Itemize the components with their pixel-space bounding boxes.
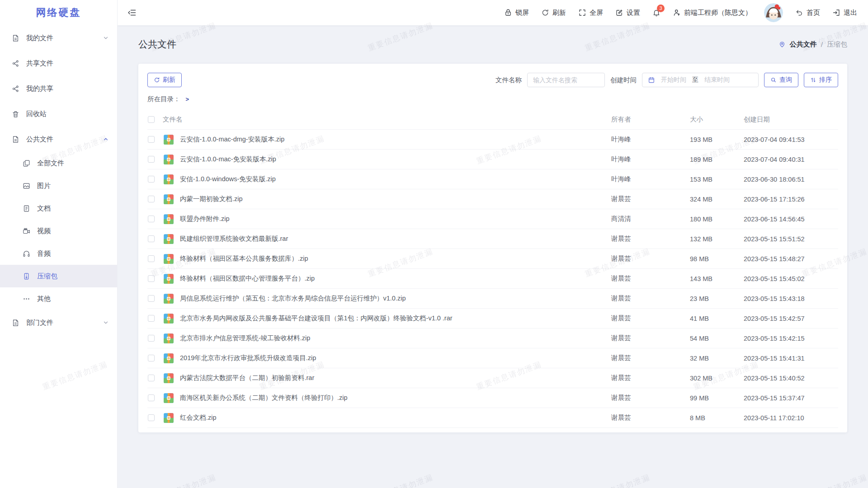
- table-row: 终验材料（福田区基本公共服务数据库）.zip 谢晨芸 98 MB 2023-05…: [147, 249, 838, 269]
- file-name[interactable]: 云安信-1.0.0-mac-免安装版本.zip: [180, 155, 611, 164]
- table-row: 红会文档.zip 谢晨芸 8 MB 2023-05-11 17:02:10: [147, 408, 838, 428]
- file-date: 2023-05-15 15:51:52: [744, 235, 838, 243]
- end-date-placeholder[interactable]: 结束时间: [704, 76, 730, 84]
- query-button[interactable]: 查询: [764, 73, 798, 87]
- rar-file-icon: [163, 313, 175, 324]
- row-checkbox[interactable]: [148, 196, 155, 202]
- file-name[interactable]: 北京市水务局内网改版及公共服务基础平台建设项目（第1包：内网改版）终验验文档-v…: [180, 314, 611, 323]
- select-all-checkbox[interactable]: [148, 116, 155, 123]
- sidebar-item-others[interactable]: 其他: [0, 287, 117, 310]
- date-range-picker[interactable]: 开始时间 至 结束时间: [642, 73, 759, 87]
- file-icon: [12, 136, 20, 143]
- refresh-icon: [154, 77, 160, 83]
- row-checkbox[interactable]: [148, 216, 155, 222]
- table-row: 局信息系统运行维护（第五包：北京市水务局综合信息平台运行维护）v1.0.zip …: [147, 289, 838, 309]
- file-name[interactable]: 南海区机关新办公系统（二期）文件资料（终验打印）.zip: [180, 394, 611, 402]
- row-checkbox[interactable]: [148, 156, 155, 163]
- file-name[interactable]: 内蒙古法院大数据平台（二期）初验前资料.rar: [180, 374, 611, 382]
- row-checkbox[interactable]: [148, 136, 155, 143]
- sidebar-item-documents[interactable]: 文档: [0, 197, 117, 220]
- sidebar-item-shared-files[interactable]: 共享文件: [0, 51, 117, 76]
- file-name[interactable]: 终验材料（福田区基本公共服务数据库）.zip: [180, 254, 611, 263]
- row-checkbox[interactable]: [148, 375, 155, 381]
- search-icon: [770, 77, 777, 83]
- file-name[interactable]: 北京市排水户信息管理系统-竣工验收材料.zip: [180, 334, 611, 343]
- avatar[interactable]: [764, 3, 783, 22]
- settings-button[interactable]: 设置: [615, 9, 640, 17]
- start-date-placeholder[interactable]: 开始时间: [661, 76, 686, 84]
- sidebar-item-public-files[interactable]: 公共文件: [0, 127, 117, 152]
- file-date: 2023-05-15 15:37:47: [744, 394, 838, 402]
- rar-file-icon: [163, 253, 175, 265]
- sidebar-item-videos[interactable]: 视频: [0, 220, 117, 242]
- rar-file-icon: [163, 154, 175, 165]
- home-button[interactable]: 首页: [795, 9, 820, 17]
- file-name[interactable]: 局信息系统运行维护（第五包：北京市水务局综合信息平台运行维护）v1.0.zip: [180, 294, 611, 303]
- notifications-button[interactable]: 3: [652, 9, 660, 17]
- file-name[interactable]: 内蒙一期初验文档.zip: [180, 195, 611, 203]
- file-size: 99 MB: [690, 394, 744, 402]
- filename-search-input[interactable]: [527, 73, 605, 87]
- file-size: 180 MB: [690, 216, 744, 223]
- sidebar-item-audio[interactable]: 音频: [0, 242, 117, 265]
- file-owner: 谢晨芸: [611, 314, 690, 323]
- row-checkbox[interactable]: [148, 414, 155, 421]
- home-label: 首页: [807, 9, 820, 17]
- row-checkbox[interactable]: [148, 394, 155, 401]
- sidebar-item-all-files[interactable]: 全部文件: [0, 152, 117, 174]
- sidebar-item-label: 我的文件: [26, 34, 53, 42]
- row-checkbox[interactable]: [148, 295, 155, 302]
- sidebar-item-my-shares[interactable]: 我的共享: [0, 76, 117, 101]
- row-checkbox[interactable]: [148, 235, 155, 242]
- fullscreen-button[interactable]: 全屏: [578, 9, 603, 17]
- filename-filter-label: 文件名称: [495, 76, 522, 84]
- file-name[interactable]: 安信-1.0.0-windows-免安装版.zip: [180, 175, 611, 183]
- file-owner: 叶海峰: [611, 155, 690, 164]
- sort-button[interactable]: 排序: [804, 73, 838, 87]
- file-name[interactable]: 联盟办件附件.zip: [180, 215, 611, 223]
- logout-button[interactable]: 退出: [832, 9, 857, 17]
- column-header-name: 文件名: [163, 115, 611, 124]
- file-date: 2023-06-15 17:15:26: [744, 196, 838, 203]
- file-size: 98 MB: [690, 255, 744, 263]
- file-name[interactable]: 云安信-1.0.0-mac-dmg-安装版本.zip: [180, 135, 611, 144]
- sidebar-item-images[interactable]: 图片: [0, 174, 117, 197]
- row-checkbox[interactable]: [148, 315, 155, 322]
- file-date: 2023-05-15 15:42:15: [744, 335, 838, 342]
- refresh-button[interactable]: 刷新: [541, 9, 566, 17]
- file-name[interactable]: 红会文档.zip: [180, 413, 611, 422]
- lock-screen-button[interactable]: 锁屏: [504, 9, 529, 17]
- row-checkbox[interactable]: [148, 255, 155, 262]
- file-name[interactable]: 终验材料（福田区数据中心管理服务平台）.zip: [180, 274, 611, 283]
- watermark-text: 重要信息请勿泄漏: [584, 472, 652, 488]
- file-date: 2023-05-15 15:40:52: [744, 375, 838, 382]
- breadcrumb-root[interactable]: 公共文件: [790, 40, 817, 49]
- watermark-text: 重要信息请勿泄漏: [367, 472, 435, 488]
- sidebar-item-department-files[interactable]: 部门文件: [0, 310, 117, 335]
- sidebar-item-my-files[interactable]: 我的文件: [0, 25, 117, 51]
- directory-arrow[interactable]: >: [186, 96, 189, 103]
- file-size: 41 MB: [690, 315, 744, 322]
- table-row: 云安信-1.0.0-mac-dmg-安装版本.zip 叶海峰 193 MB 20…: [147, 130, 838, 150]
- row-checkbox[interactable]: [148, 355, 155, 361]
- file-name[interactable]: 2019年北京市水行政审批系统升级改造项目.zip: [180, 354, 611, 362]
- row-checkbox[interactable]: [148, 335, 155, 342]
- user-menu[interactable]: 前端工程师（陈思文）: [673, 9, 752, 17]
- file-date: 2023-05-15 15:41:31: [744, 355, 838, 362]
- logout-label: 退出: [844, 9, 857, 17]
- row-checkbox[interactable]: [148, 275, 155, 282]
- settings-label: 设置: [627, 9, 640, 17]
- table-row: 云安信-1.0.0-mac-免安装版本.zip 叶海峰 189 MB 2023-…: [147, 150, 838, 169]
- user-icon: [673, 9, 681, 17]
- list-refresh-button[interactable]: 刷新: [147, 73, 182, 87]
- lock-screen-label: 锁屏: [515, 9, 529, 17]
- fullscreen-label: 全屏: [590, 9, 603, 17]
- row-checkbox[interactable]: [148, 176, 155, 183]
- file-name[interactable]: 民建组织管理系统验收文档最新版.rar: [180, 235, 611, 243]
- sidebar-item-recycle-bin[interactable]: 回收站: [0, 101, 117, 127]
- sidebar-item-label: 共享文件: [26, 59, 53, 68]
- menu-fold-icon[interactable]: [127, 8, 137, 17]
- sidebar-item-label: 图片: [37, 182, 51, 190]
- image-icon: [23, 182, 31, 190]
- sidebar-item-archives[interactable]: 压缩包: [0, 265, 117, 287]
